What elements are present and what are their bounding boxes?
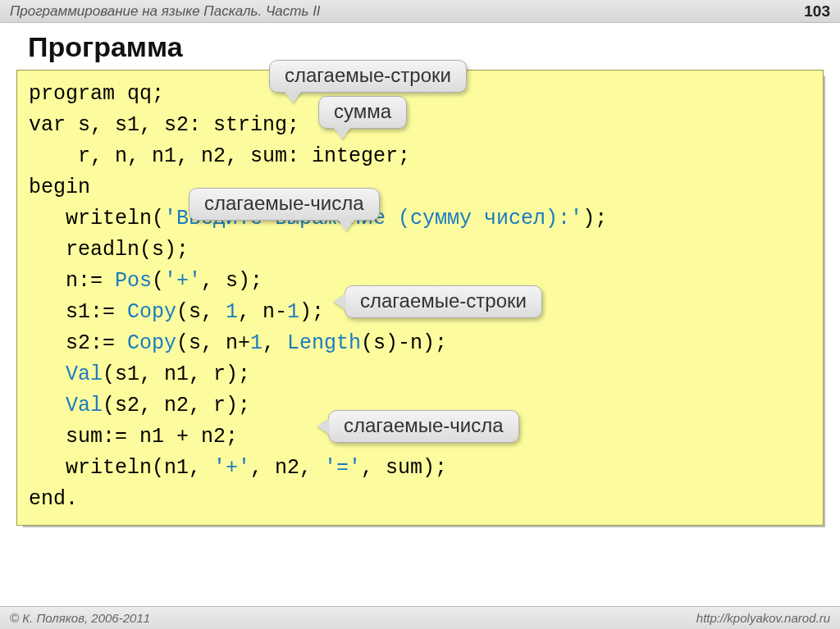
- code-part: (s,: [176, 300, 226, 324]
- callout-addend-numbers-top: слагаемые-числа: [189, 188, 380, 221]
- callout-tail-icon: [338, 220, 354, 231]
- callout-sum: сумма: [318, 96, 407, 129]
- page-number: 103: [804, 2, 830, 21]
- callout-addend-strings-top: слагаемые-строки: [269, 60, 467, 93]
- code-part: s2:=: [29, 331, 127, 355]
- code-string: '+': [213, 456, 250, 480]
- code-block: program qq; var s, s1, s2: string; r, n,…: [16, 70, 824, 526]
- code-part: (: [152, 269, 164, 293]
- code-num: 1: [250, 331, 262, 355]
- code-part: (s2, n2, r);: [103, 394, 250, 417]
- code-func: Length: [287, 331, 361, 355]
- slide-content: Программа program qq; var s, s1, s2: str…: [0, 23, 840, 526]
- code-line: var s, s1, s2: string;: [29, 113, 299, 137]
- code-part: , n-: [238, 300, 287, 324]
- code-func: Copy: [127, 331, 176, 355]
- code-part: writeln(n1,: [29, 456, 213, 480]
- code-line: end.: [29, 487, 78, 511]
- header-title: Программирование на языке Паскаль. Часть…: [10, 3, 321, 20]
- code-part: , s);: [201, 269, 262, 293]
- slide-title: Программа: [28, 31, 824, 63]
- callout-label: сумма: [334, 100, 391, 122]
- callout-addend-numbers-bottom: слагаемые-числа: [328, 410, 519, 443]
- code-part: [29, 362, 66, 386]
- code-part: );: [582, 207, 607, 230]
- code-line: readln(s);: [29, 238, 189, 262]
- callout-tail-icon: [334, 128, 350, 139]
- code-part: , sum);: [361, 456, 447, 480]
- code-part: s1:=: [29, 300, 127, 324]
- callout-label: слагаемые-числа: [204, 192, 364, 214]
- code-line: r, n, n1, n2, sum: integer;: [29, 144, 410, 168]
- code-string: '=': [324, 456, 361, 480]
- slide-header: Программирование на языке Паскаль. Часть…: [0, 0, 840, 23]
- callout-label: слагаемые-числа: [344, 414, 504, 436]
- callout-tail-icon: [317, 418, 329, 435]
- slide-footer: © К. Поляков, 2006-2011 http://kpolyakov…: [0, 606, 840, 629]
- code-part: [29, 394, 66, 417]
- code-func: Pos: [115, 269, 152, 293]
- code-num: 1: [226, 300, 238, 324]
- code-part: (s, n+: [176, 331, 250, 355]
- code-part: );: [299, 300, 324, 324]
- code-part: writeln(: [29, 207, 164, 230]
- copyright: © К. Поляков, 2006-2011: [10, 611, 150, 625]
- code-part: , n2,: [250, 456, 324, 480]
- callout-tail-icon: [285, 92, 301, 103]
- callout-tail-icon: [334, 294, 345, 310]
- code-part: (s1, n1, r);: [103, 362, 250, 386]
- code-num: 1: [287, 300, 299, 324]
- code-part: n:=: [29, 269, 115, 293]
- callout-label: слагаемые-строки: [285, 64, 451, 86]
- callout-label: слагаемые-строки: [360, 289, 527, 312]
- code-func: Copy: [127, 300, 176, 324]
- footer-url: http://kpolyakov.narod.ru: [696, 611, 830, 625]
- callout-addend-strings-mid: слагаемые-строки: [345, 285, 542, 318]
- code-line: program qq;: [29, 82, 164, 106]
- code-string: '+': [164, 269, 201, 293]
- code-line: begin: [29, 175, 90, 199]
- code-part: ,: [262, 331, 287, 355]
- code-func: Val: [66, 362, 103, 386]
- code-line: sum:= n1 + n2;: [29, 425, 238, 449]
- code-part: (s)-n);: [361, 331, 447, 355]
- code-func: Val: [66, 394, 103, 417]
